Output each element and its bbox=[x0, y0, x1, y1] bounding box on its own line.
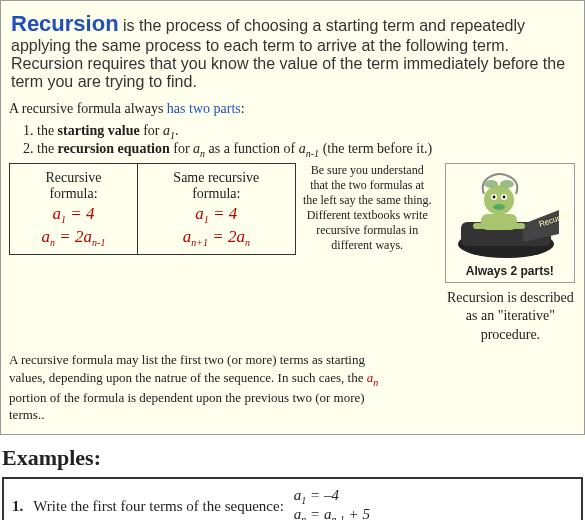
formula-2b: an+1 = 2an bbox=[148, 227, 285, 248]
svg-rect-12 bbox=[473, 223, 485, 229]
intro-panel: Recursion is the process of choosing a s… bbox=[0, 0, 585, 435]
examples-heading: Examples: bbox=[2, 445, 583, 471]
col2-head: Same recursive formula: a1 = 4 an+1 = 2a… bbox=[138, 163, 296, 255]
col1-head: Recursive formula: a1 = 4 an = 2an-1 bbox=[10, 163, 138, 255]
caption: Always 2 parts! bbox=[446, 264, 574, 278]
wizard-icon: Recursion bbox=[451, 166, 569, 262]
wizard-box: Recursion Always 2 parts! bbox=[445, 163, 575, 283]
svg-point-6 bbox=[492, 195, 495, 198]
title: Recursion bbox=[11, 11, 119, 36]
iterative-text: Recursion is described as an "iterative"… bbox=[445, 289, 576, 346]
svg-rect-13 bbox=[513, 223, 525, 229]
part-1: 1. the starting value for a1. bbox=[23, 123, 576, 141]
question-1: 1. Write the first four terms of the seq… bbox=[2, 477, 583, 520]
has-two-parts-link[interactable]: has two parts bbox=[167, 101, 241, 116]
part-2: 2. the recursion equation for an as a fu… bbox=[23, 141, 576, 159]
formula-1a: a1 = 4 bbox=[20, 204, 127, 225]
formula-2a: a1 = 4 bbox=[148, 204, 285, 225]
svg-point-3 bbox=[484, 185, 514, 215]
svg-point-8 bbox=[493, 204, 505, 210]
svg-point-9 bbox=[484, 180, 498, 188]
question-number: 1. bbox=[12, 498, 23, 515]
intro-text: Recursion is the process of choosing a s… bbox=[11, 11, 576, 91]
parts-lead-text: A recursive formula always bbox=[9, 101, 167, 116]
svg-point-10 bbox=[500, 180, 514, 188]
formula-table: Recursive formula: a1 = 4 an = 2an-1 Sam… bbox=[9, 163, 296, 256]
question-text: 1. Write the first four terms of the seq… bbox=[12, 487, 573, 520]
svg-point-7 bbox=[502, 195, 505, 198]
note-text: Be sure you understand that the two form… bbox=[302, 163, 433, 253]
parts-lead: A recursive formula always has two parts… bbox=[9, 101, 576, 117]
desc-text: A recursive formula may list the first t… bbox=[9, 351, 389, 424]
formula-1b: an = 2an-1 bbox=[20, 227, 127, 248]
svg-rect-11 bbox=[481, 214, 517, 230]
